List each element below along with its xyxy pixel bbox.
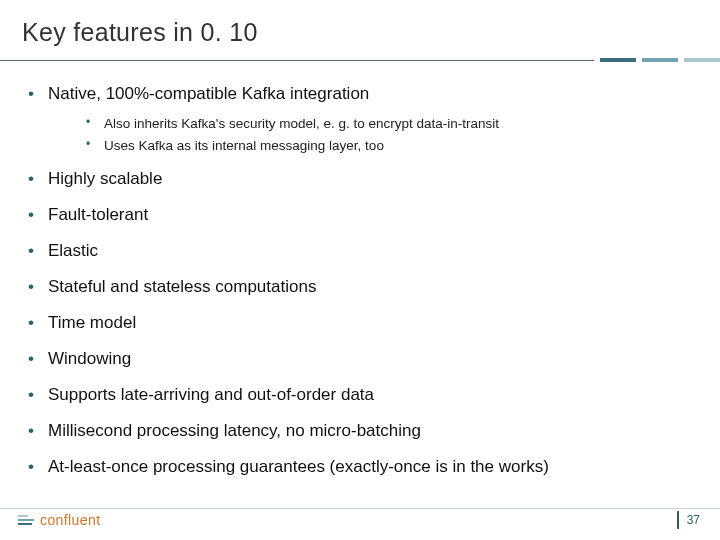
list-item: Stateful and stateless computations (20, 276, 694, 299)
list-item: At-least-once processing guarantees (exa… (20, 456, 694, 479)
list-item: Time model (20, 312, 694, 335)
logo-mark-icon (18, 515, 34, 525)
accent-bar-dark (600, 58, 636, 62)
list-item: Fault-tolerant (20, 204, 694, 227)
bullet-text: Elastic (48, 241, 98, 260)
accent-bar-mid (642, 58, 678, 62)
bullet-text: Stateful and stateless computations (48, 277, 316, 296)
sub-list-item: Also inherits Kafka's security model, e.… (82, 114, 694, 134)
slide: Key features in 0. 10 Native, 100%-compa… (0, 0, 720, 540)
bullet-text: Millisecond processing latency, no micro… (48, 421, 421, 440)
footer: confluent 37 (0, 500, 720, 540)
list-item: Elastic (20, 240, 694, 263)
sub-bullet-text: Uses Kafka as its internal messaging lay… (104, 138, 384, 153)
divider-line (0, 60, 594, 61)
title-area: Key features in 0. 10 (0, 0, 720, 53)
list-item: Supports late-arriving and out-of-order … (20, 384, 694, 407)
bullet-text: Native, 100%-compatible Kafka integratio… (48, 84, 369, 103)
bullet-text: Windowing (48, 349, 131, 368)
page-number: 37 (687, 513, 700, 527)
bullet-text: At-least-once processing guarantees (exa… (48, 457, 549, 476)
accent-bar-light (684, 58, 720, 62)
sub-list-item: Uses Kafka as its internal messaging lay… (82, 136, 694, 156)
sub-bullet-text: Also inherits Kafka's security model, e.… (104, 116, 499, 131)
list-item: Windowing (20, 348, 694, 371)
slide-title: Key features in 0. 10 (22, 18, 720, 47)
bullet-text: Highly scalable (48, 169, 162, 188)
list-item: Native, 100%-compatible Kafka integratio… (20, 83, 694, 155)
page-bar-icon (677, 511, 679, 529)
bullet-list: Native, 100%-compatible Kafka integratio… (20, 83, 694, 479)
brand-logo: confluent (18, 512, 100, 528)
list-item: Highly scalable (20, 168, 694, 191)
bullet-text: Fault-tolerant (48, 205, 148, 224)
content-area: Native, 100%-compatible Kafka integratio… (0, 63, 720, 479)
page-number-wrap: 37 (677, 511, 700, 529)
bullet-text: Supports late-arriving and out-of-order … (48, 385, 374, 404)
sub-list: Also inherits Kafka's security model, e.… (82, 114, 694, 155)
list-item: Millisecond processing latency, no micro… (20, 420, 694, 443)
bullet-text: Time model (48, 313, 136, 332)
brand-name: confluent (40, 512, 100, 528)
